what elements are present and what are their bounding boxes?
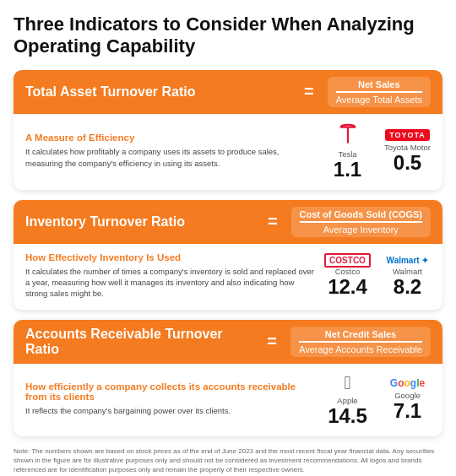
companies-group: COSTCO Costco 12.4 Walmart ✦ Walmart 8.2 — [324, 255, 431, 297]
formula-equals: = — [267, 332, 277, 351]
formula-numerator: Net Credit Sales — [299, 329, 422, 343]
formula-numerator: Net Sales — [336, 79, 422, 93]
company-logo-toyota: TOYOTA — [385, 129, 430, 141]
body-subtitle: How Effectively Inventory Is Used — [25, 252, 316, 262]
company-value: 12.4 — [328, 277, 367, 297]
company-value: 14.5 — [328, 406, 367, 426]
body-subtitle: How efficiently a company collects its a… — [25, 381, 316, 402]
company-logo-google: Google — [390, 377, 425, 389]
body-desc: It reflects the company's bargaining pow… — [25, 405, 316, 416]
card-header-title: Accounts Receivable Turnover Ratio — [25, 327, 258, 357]
body-desc: It calculates the number of times a comp… — [25, 266, 316, 300]
apple-logo-icon:  — [344, 372, 350, 393]
card-header: Inventory Turnover Ratio = Cost of Goods… — [14, 200, 442, 244]
formula-box: Net Credit Sales Average Accounts Receiv… — [290, 327, 431, 357]
formula-denominator: Average Total Assets — [336, 93, 422, 105]
card-header-title: Total Asset Turnover Ratio — [25, 84, 296, 100]
page-title: Three Indicators to Consider When Analyz… — [14, 14, 442, 58]
card-header-title: Inventory Turnover Ratio — [25, 214, 259, 230]
company-value: 7.1 — [394, 401, 421, 421]
company-item:  Apple 14.5 — [324, 372, 371, 426]
card-header: Total Asset Turnover Ratio = Net Sales A… — [14, 70, 442, 114]
companies-group: Tesla 1.1 TOYOTA Toyota Motor 0.5 — [324, 122, 431, 180]
card-body: How Effectively Inventory Is Used It cal… — [14, 244, 442, 310]
company-item: TOYOTA Toyota Motor 0.5 — [384, 129, 431, 173]
disclaimer-note: Note: The numbers shown are based on sto… — [14, 446, 442, 475]
card-total-asset: Total Asset Turnover Ratio = Net Sales A… — [14, 70, 442, 190]
company-item: Google Google 7.1 — [384, 377, 431, 421]
company-value: 0.5 — [394, 153, 421, 173]
walmart-logo-icon: Walmart ✦ — [387, 256, 429, 265]
company-item: COSTCO Costco 12.4 — [324, 255, 371, 297]
company-item: Tesla 1.1 — [324, 122, 371, 180]
body-desc: It calculates how profitably a company u… — [25, 146, 316, 169]
card-body-text: How Effectively Inventory Is Used It cal… — [25, 252, 316, 300]
company-logo-tesla — [336, 122, 360, 148]
company-item: Walmart ✦ Walmart 8.2 — [384, 255, 431, 297]
card-body-text: A Measure of Efficiency It calculates ho… — [25, 133, 316, 169]
company-value: 1.1 — [334, 160, 361, 180]
card-accounts-receivable: Accounts Receivable Turnover Ratio = Net… — [14, 320, 442, 436]
card-body: How efficiently a company collects its a… — [14, 364, 442, 436]
costco-logo-icon: COSTCO — [324, 253, 371, 268]
body-subtitle: A Measure of Efficiency — [25, 133, 316, 143]
formula-numerator: Cost of Goods Sold (COGS) — [300, 209, 422, 223]
company-value: 8.2 — [394, 277, 421, 297]
companies-group:  Apple 14.5 Google Google 7.1 — [324, 372, 431, 426]
card-body-text: How efficiently a company collects its a… — [25, 381, 316, 416]
formula-denominator: Average Inventory — [300, 223, 422, 235]
card-header: Accounts Receivable Turnover Ratio = Net… — [14, 320, 442, 364]
toyota-logo-icon: TOYOTA — [385, 129, 430, 141]
formula-box: Cost of Goods Sold (COGS) Average Invent… — [291, 207, 431, 237]
google-logo-icon: Google — [390, 377, 425, 389]
company-logo-walmart: Walmart ✦ — [387, 255, 429, 265]
company-logo-apple:  — [344, 372, 350, 394]
card-inventory: Inventory Turnover Ratio = Cost of Goods… — [14, 200, 442, 310]
formula-equals: = — [268, 212, 278, 231]
formula-box: Net Sales Average Total Assets — [328, 77, 431, 107]
card-body: A Measure of Efficiency It calculates ho… — [14, 114, 442, 190]
formula-denominator: Average Accounts Receivable — [299, 343, 422, 354]
company-logo-costco: COSTCO — [324, 255, 371, 265]
formula-equals: = — [304, 82, 314, 101]
